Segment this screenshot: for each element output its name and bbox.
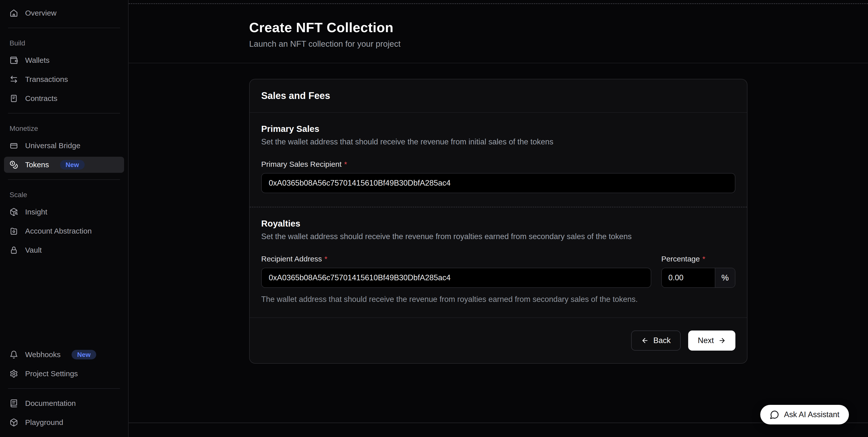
sidebar-item-documentation[interactable]: Documentation xyxy=(4,395,124,411)
royalties-section: Royalties Set the wallet address should … xyxy=(250,207,747,317)
back-button[interactable]: Back xyxy=(631,331,681,351)
primary-sales-section: Primary Sales Set the wallet address tha… xyxy=(250,113,747,207)
sidebar-group-monetize: Monetize xyxy=(9,125,128,133)
cube-icon xyxy=(9,418,18,427)
arrow-left-icon xyxy=(641,337,649,344)
page-subtitle: Launch an NFT collection for your projec… xyxy=(249,39,747,49)
sidebar-item-transactions[interactable]: Transactions xyxy=(4,71,124,87)
sidebar-item-vault[interactable]: Vault xyxy=(4,242,124,258)
sidebar-spacer xyxy=(0,260,128,345)
primary-sales-recipient-input[interactable] xyxy=(261,173,735,193)
sidebar-divider xyxy=(8,388,120,389)
sidebar-item-project-settings[interactable]: Project Settings xyxy=(4,366,124,382)
sidebar-item-label: Account Abstraction xyxy=(25,227,92,235)
new-badge: New xyxy=(60,160,84,169)
required-asterisk: * xyxy=(324,255,328,263)
sidebar-item-label: Overview xyxy=(25,9,57,17)
bell-icon xyxy=(9,350,18,359)
sidebar-item-webhooks[interactable]: Webhooks New xyxy=(4,347,124,363)
percentage-input[interactable] xyxy=(662,268,715,287)
chat-bubble-icon xyxy=(770,410,779,419)
sidebar-item-insight[interactable]: Insight xyxy=(4,204,124,220)
card-header: Sales and Fees xyxy=(250,80,747,113)
sidebar-divider xyxy=(8,179,120,180)
sidebar-item-label: Wallets xyxy=(25,56,50,65)
insight-icon xyxy=(9,208,18,216)
sidebar-item-label: Project Settings xyxy=(25,369,78,378)
sidebar-item-overview[interactable]: Overview xyxy=(4,5,124,21)
next-button[interactable]: Next xyxy=(688,331,735,351)
required-asterisk: * xyxy=(702,255,705,263)
sidebar-item-label: Tokens xyxy=(25,160,49,169)
sidebar-item-wallets[interactable]: Wallets xyxy=(4,52,124,68)
recipient-helper-text: The wallet address that should receive t… xyxy=(261,295,735,304)
ask-ai-assistant-button[interactable]: Ask AI Assistant xyxy=(760,405,849,425)
tokens-icon xyxy=(9,160,18,169)
percent-suffix: % xyxy=(715,268,735,287)
card-footer: Back Next xyxy=(250,317,747,363)
sales-and-fees-card: Sales and Fees Primary Sales Set the wal… xyxy=(249,79,747,364)
sidebar-item-playground[interactable]: Playground xyxy=(4,414,124,431)
royalties-title: Royalties xyxy=(261,218,735,228)
main-content: Create NFT Collection Launch an NFT coll… xyxy=(129,3,868,437)
sidebar-item-label: Contracts xyxy=(25,94,57,103)
sidebar-divider xyxy=(8,113,120,114)
vault-lock-icon xyxy=(9,246,18,254)
sidebar-item-universal-bridge[interactable]: Universal Bridge xyxy=(4,137,124,154)
percentage-input-group: % xyxy=(661,268,735,288)
new-badge: New xyxy=(71,350,96,360)
sidebar-item-label: Vault xyxy=(25,246,42,254)
sidebar-item-label: Webhooks xyxy=(25,350,61,359)
sidebar-group-build: Build xyxy=(9,39,128,47)
required-asterisk: * xyxy=(344,160,347,168)
sidebar-group-scale: Scale xyxy=(9,191,128,199)
transactions-icon xyxy=(9,75,18,84)
primary-sales-title: Primary Sales xyxy=(261,124,735,134)
sidebar-item-label: Documentation xyxy=(25,399,76,408)
recipient-address-label: Recipient Address* xyxy=(261,255,651,263)
sidebar-item-contracts[interactable]: Contracts xyxy=(4,90,124,106)
contracts-icon xyxy=(9,94,18,103)
wallet-icon xyxy=(9,56,18,65)
arrow-right-icon xyxy=(718,337,726,344)
sidebar-item-label: Insight xyxy=(25,208,47,216)
sidebar-item-label: Transactions xyxy=(25,75,68,84)
primary-sales-description: Set the wallet address that should recei… xyxy=(261,137,735,147)
sidebar-item-label: Playground xyxy=(25,418,63,427)
book-icon xyxy=(9,399,18,408)
sidebar-item-label: Universal Bridge xyxy=(25,142,81,150)
account-abstraction-icon xyxy=(9,227,18,235)
percentage-label: Percentage* xyxy=(661,255,735,263)
page-title: Create NFT Collection xyxy=(249,20,747,35)
sidebar-item-tokens[interactable]: Tokens New xyxy=(4,157,124,173)
card-title: Sales and Fees xyxy=(261,90,735,101)
gear-icon xyxy=(9,369,18,378)
page-header: Create NFT Collection Launch an NFT coll… xyxy=(129,4,868,63)
royalties-description: Set the wallet address should receive th… xyxy=(261,232,735,241)
bottom-divider xyxy=(129,423,868,423)
bridge-icon xyxy=(9,142,18,150)
recipient-address-input[interactable] xyxy=(261,268,651,288)
home-icon xyxy=(9,9,18,17)
primary-sales-recipient-label: Primary Sales Recipient* xyxy=(261,160,735,168)
sidebar: Overview Build Wallets Transactions Cont… xyxy=(0,0,129,437)
sidebar-item-account-abstraction[interactable]: Account Abstraction xyxy=(4,223,124,239)
sidebar-divider xyxy=(8,28,120,28)
